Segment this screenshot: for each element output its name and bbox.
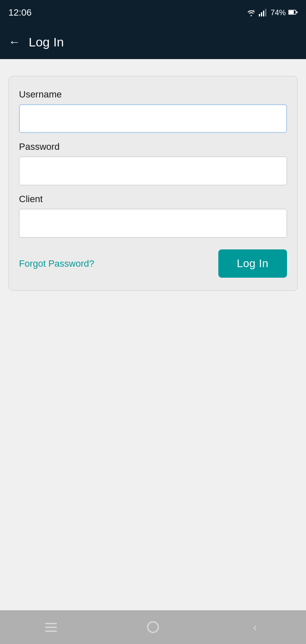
signal-icon <box>259 9 268 16</box>
status-time: 12:06 <box>8 7 32 18</box>
actions-row: Forgot Password? Log In <box>19 249 287 278</box>
main-content: Username Password Client Forgot Password… <box>0 59 306 610</box>
forgot-password-button[interactable]: Forgot Password? <box>19 258 94 269</box>
client-input[interactable] <box>19 209 287 238</box>
password-input[interactable] <box>19 157 287 185</box>
svg-rect-1 <box>259 14 260 16</box>
back-button[interactable]: ← <box>8 35 20 49</box>
svg-rect-4 <box>265 9 266 16</box>
svg-rect-6 <box>289 11 294 14</box>
login-button[interactable]: Log In <box>218 249 287 278</box>
nav-home-button[interactable] <box>140 617 166 638</box>
client-field-group: Client <box>19 194 287 238</box>
username-label: Username <box>19 89 287 100</box>
back-icon: ‹ <box>253 620 257 634</box>
app-header: ← Log In <box>0 25 306 59</box>
nav-back-button[interactable]: ‹ <box>242 617 268 638</box>
bottom-nav-bar: ‹ <box>0 610 306 644</box>
svg-text:+: + <box>253 9 255 12</box>
status-icons: + 74% <box>246 8 298 17</box>
svg-rect-7 <box>296 11 298 13</box>
nav-menu-button[interactable] <box>38 617 64 638</box>
menu-icon <box>45 623 57 632</box>
client-label: Client <box>19 194 287 205</box>
svg-rect-3 <box>263 11 264 16</box>
status-bar: 12:06 + 74% <box>0 0 306 25</box>
login-card: Username Password Client Forgot Password… <box>8 76 298 291</box>
username-field-group: Username <box>19 89 287 133</box>
wifi-icon: + <box>246 9 256 16</box>
home-icon <box>147 621 159 633</box>
battery-text: 74% <box>271 8 286 17</box>
battery-icon <box>288 9 298 16</box>
page-title: Log In <box>29 35 64 49</box>
password-field-group: Password <box>19 141 287 185</box>
password-label: Password <box>19 141 287 152</box>
username-input[interactable] <box>19 104 287 133</box>
svg-rect-2 <box>261 12 262 16</box>
